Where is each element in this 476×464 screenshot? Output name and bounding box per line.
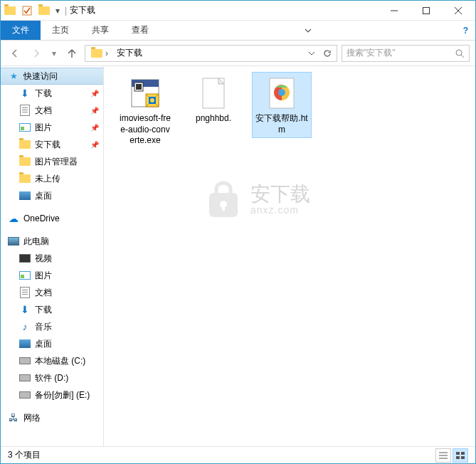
up-button[interactable] <box>63 45 80 62</box>
svg-point-14 <box>278 89 285 96</box>
svg-rect-10 <box>136 84 142 90</box>
view-details-button[interactable] <box>435 448 451 463</box>
sidebar-item[interactable]: 文档 <box>1 284 103 301</box>
sidebar-item[interactable]: 本地磁盘 (C:) <box>1 352 103 369</box>
file-thumb-icon <box>127 75 164 112</box>
sidebar-item-label: 图片 <box>35 270 52 282</box>
svg-rect-22 <box>461 452 465 455</box>
breadcrumb-root[interactable]: › <box>87 48 112 58</box>
maximize-icon <box>423 7 430 14</box>
star-icon: ★ <box>8 70 19 82</box>
window-title: 安下载 <box>70 4 95 16</box>
qat-folder-icon[interactable] <box>36 3 52 19</box>
recent-dropdown[interactable]: ▾ <box>49 45 59 62</box>
svg-line-6 <box>461 55 464 58</box>
network-icon: 🖧 <box>8 412 19 423</box>
sidebar-item-label: 文档 <box>35 105 52 117</box>
sidebar-item[interactable]: 图片 <box>1 267 103 284</box>
tab-share[interactable]: 共享 <box>80 21 120 40</box>
sidebar-item[interactable]: 图片📌 <box>1 119 103 136</box>
sidebar-item[interactable]: 视频 <box>1 250 103 267</box>
cloud-icon: ☁ <box>8 213 19 224</box>
statusbar: 3 个项目 <box>1 446 475 463</box>
sidebar-item[interactable]: 安下载📌 <box>1 136 103 153</box>
folder-icon <box>19 139 31 150</box>
file-item[interactable]: 安下载帮助.htm <box>252 72 312 138</box>
file-thumb-icon <box>195 75 232 112</box>
tab-file[interactable]: 文件 <box>1 21 41 40</box>
ribbon-expand-button[interactable] <box>297 21 319 40</box>
refresh-button[interactable] <box>319 46 335 61</box>
sidebar-item[interactable]: 未上传 <box>1 170 103 187</box>
minimize-button[interactable] <box>378 1 410 21</box>
sidebar-item[interactable]: 桌面 <box>1 187 103 204</box>
disk-icon <box>19 372 31 384</box>
chevron-down-icon <box>308 50 315 57</box>
maximize-button[interactable] <box>410 1 442 21</box>
sidebar-item-label: 视频 <box>35 253 52 265</box>
refresh-icon <box>323 49 332 58</box>
breadcrumb-dropdown[interactable] <box>304 46 319 61</box>
details-icon <box>439 452 448 459</box>
sidebar-quick-access[interactable]: ★ 快速访问 <box>1 68 103 85</box>
sidebar-onedrive[interactable]: ☁ OneDrive <box>1 210 103 227</box>
folder-icon <box>19 156 31 167</box>
svg-rect-24 <box>461 456 465 459</box>
tab-home[interactable]: 主页 <box>41 21 80 40</box>
tab-view[interactable]: 查看 <box>120 21 160 40</box>
sidebar-item[interactable]: ♪音乐 <box>1 318 103 335</box>
qat-properties-icon[interactable] <box>19 3 35 19</box>
sidebar-item[interactable]: 图片管理器 <box>1 153 103 170</box>
sidebar-item-label: 图片管理器 <box>35 156 78 168</box>
close-icon <box>455 7 462 14</box>
arrow-right-icon <box>31 48 42 59</box>
chevron-down-icon <box>305 27 312 34</box>
sidebar-item[interactable]: 备份[勿删] (E:) <box>1 386 103 404</box>
title-separator: | <box>65 6 67 16</box>
sidebar-item-label: 图片 <box>35 122 52 134</box>
sidebar-item[interactable]: ⬇下载📌 <box>1 85 103 102</box>
status-count: 3 个项目 <box>8 449 41 461</box>
breadcrumb-label: 安下载 <box>117 47 142 59</box>
back-button[interactable] <box>6 45 23 62</box>
svg-point-16 <box>220 201 227 208</box>
disk-icon <box>19 389 31 401</box>
ribbon-help-button[interactable]: ? <box>456 21 475 40</box>
sidebar-this-pc[interactable]: 此电脑 <box>1 233 103 250</box>
sidebar-item[interactable]: 文档📌 <box>1 102 103 119</box>
view-icons-button[interactable] <box>453 448 468 463</box>
qat-dropdown-icon[interactable]: ▾ <box>53 3 62 19</box>
pin-icon: 📌 <box>90 124 99 132</box>
minimize-icon <box>391 7 398 14</box>
music-icon: ♪ <box>19 321 31 332</box>
breadcrumb[interactable]: › 安下载 <box>85 45 337 62</box>
file-item[interactable]: pnghhbd. <box>184 72 243 127</box>
picture-icon <box>19 270 31 281</box>
content-area: ★ 快速访问 ⬇下载📌文档📌图片📌安下载📌图片管理器未上传桌面 ☁ OneDri… <box>1 66 475 446</box>
file-item[interactable]: imoviesoft-free-audio-converte.exe <box>115 72 175 149</box>
sidebar-item-label: 安下载 <box>35 139 60 151</box>
search-placeholder: 搜索"安下载" <box>347 47 455 59</box>
sidebar-item[interactable]: 桌面 <box>1 335 103 352</box>
file-pane[interactable]: imoviesoft-free-audio-converte.exepnghhb… <box>104 66 475 446</box>
icons-view-icon <box>456 452 465 459</box>
sidebar-item-label: 下载 <box>35 88 52 100</box>
desktop-icon <box>19 190 31 201</box>
svg-rect-2 <box>423 7 429 14</box>
forward-button[interactable] <box>28 45 45 62</box>
sidebar-network[interactable]: 🖧 网络 <box>1 409 103 426</box>
svg-rect-17 <box>222 206 225 211</box>
sidebar-label: 此电脑 <box>23 236 49 248</box>
arrow-up-icon <box>66 48 78 59</box>
close-button[interactable] <box>442 1 474 21</box>
search-input[interactable]: 搜索"安下载" <box>342 45 470 62</box>
sidebar-item[interactable]: ⬇下载 <box>1 301 103 318</box>
sidebar-item-label: 未上传 <box>35 173 60 185</box>
svg-point-5 <box>456 50 462 56</box>
sidebar-item[interactable]: 软件 (D:) <box>1 369 103 386</box>
arrow-left-icon <box>9 48 21 59</box>
watermark-sub: anxz.com <box>250 204 310 216</box>
svg-rect-21 <box>456 452 460 455</box>
sidebar-item-label: 桌面 <box>35 190 52 202</box>
breadcrumb-folder[interactable]: 安下载 <box>112 47 147 59</box>
